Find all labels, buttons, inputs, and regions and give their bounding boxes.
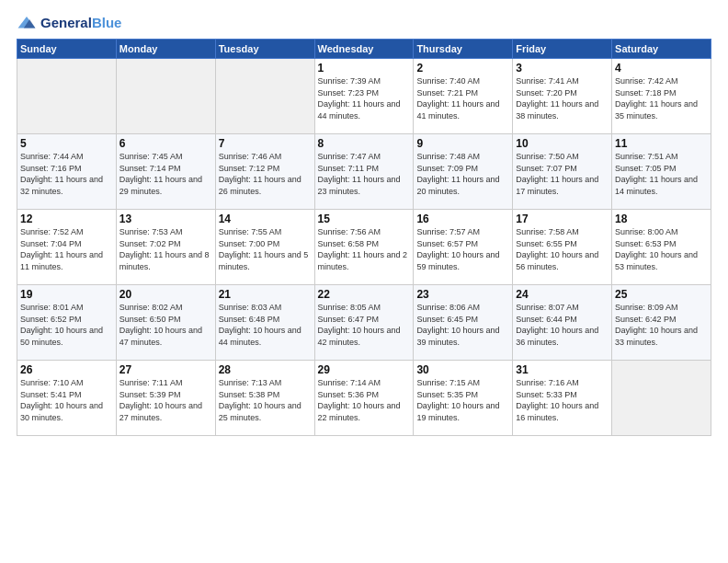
weekday-header: Sunday — [17, 40, 117, 59]
day-info: Sunrise: 7:39 AMSunset: 7:23 PMDaylight:… — [318, 76, 401, 121]
day-info: Sunrise: 7:40 AMSunset: 7:21 PMDaylight:… — [416, 76, 499, 121]
day-info: Sunrise: 8:02 AMSunset: 6:50 PMDaylight:… — [119, 303, 202, 347]
day-info: Sunrise: 7:16 AMSunset: 5:33 PMDaylight:… — [516, 378, 598, 422]
calendar-week-row: 1 Sunrise: 7:39 AMSunset: 7:23 PMDayligh… — [17, 59, 711, 134]
day-number: 17 — [516, 213, 609, 225]
day-number: 28 — [219, 363, 312, 376]
day-number: 11 — [615, 137, 708, 150]
day-info: Sunrise: 7:58 AMSunset: 6:55 PMDaylight:… — [516, 227, 598, 271]
calendar-day-cell: 3 Sunrise: 7:41 AMSunset: 7:20 PMDayligh… — [513, 59, 612, 134]
day-number: 26 — [20, 363, 113, 376]
calendar-day-cell: 19 Sunrise: 8:01 AMSunset: 6:52 PMDaylig… — [17, 285, 117, 361]
calendar-day-cell: 20 Sunrise: 8:02 AMSunset: 6:50 PMDaylig… — [116, 285, 215, 361]
day-info: Sunrise: 8:00 AMSunset: 6:53 PMDaylight:… — [615, 227, 698, 271]
day-info: Sunrise: 7:51 AMSunset: 7:05 PMDaylight:… — [615, 152, 698, 196]
calendar-day-cell — [17, 59, 117, 134]
day-info: Sunrise: 7:41 AMSunset: 7:20 PMDaylight:… — [516, 76, 598, 121]
calendar-day-cell: 23 Sunrise: 8:06 AMSunset: 6:45 PMDaylig… — [414, 285, 513, 361]
day-number: 5 — [20, 137, 113, 150]
day-number: 15 — [318, 213, 411, 225]
weekday-header: Friday — [513, 40, 612, 59]
calendar-table: SundayMondayTuesdayWednesdayThursdayFrid… — [17, 39, 711, 436]
day-number: 1 — [318, 62, 411, 75]
calendar-header-row: SundayMondayTuesdayWednesdayThursdayFrid… — [17, 40, 711, 59]
day-number: 27 — [119, 363, 212, 376]
logo: GeneralBlue — [17, 15, 121, 31]
calendar-day-cell — [612, 361, 711, 436]
day-number: 7 — [219, 137, 312, 150]
weekday-header: Thursday — [414, 40, 513, 59]
day-info: Sunrise: 7:14 AMSunset: 5:36 PMDaylight:… — [318, 378, 401, 422]
calendar-day-cell — [215, 59, 314, 134]
day-number: 2 — [416, 62, 509, 75]
weekday-header: Tuesday — [215, 40, 314, 59]
day-number: 16 — [416, 213, 509, 225]
day-number: 4 — [615, 62, 708, 75]
day-info: Sunrise: 7:52 AMSunset: 7:04 PMDaylight:… — [20, 227, 103, 271]
day-info: Sunrise: 7:10 AMSunset: 5:41 PMDaylight:… — [20, 378, 103, 422]
day-info: Sunrise: 7:15 AMSunset: 5:35 PMDaylight:… — [416, 378, 499, 422]
day-number: 23 — [416, 288, 509, 301]
calendar-day-cell: 18 Sunrise: 8:00 AMSunset: 6:53 PMDaylig… — [612, 210, 711, 285]
calendar-day-cell: 15 Sunrise: 7:56 AMSunset: 6:58 PMDaylig… — [314, 210, 414, 285]
day-info: Sunrise: 8:09 AMSunset: 6:42 PMDaylight:… — [615, 303, 698, 347]
calendar-day-cell: 31 Sunrise: 7:16 AMSunset: 5:33 PMDaylig… — [513, 361, 612, 436]
day-number: 18 — [615, 213, 708, 225]
calendar-day-cell: 28 Sunrise: 7:13 AMSunset: 5:38 PMDaylig… — [215, 361, 314, 436]
day-info: Sunrise: 7:13 AMSunset: 5:38 PMDaylight:… — [219, 378, 301, 422]
day-number: 29 — [318, 363, 411, 376]
day-info: Sunrise: 8:06 AMSunset: 6:45 PMDaylight:… — [416, 303, 499, 347]
calendar-day-cell: 2 Sunrise: 7:40 AMSunset: 7:21 PMDayligh… — [414, 59, 513, 134]
day-number: 6 — [119, 137, 212, 150]
calendar-day-cell: 27 Sunrise: 7:11 AMSunset: 5:39 PMDaylig… — [116, 361, 215, 436]
day-number: 21 — [219, 288, 312, 301]
day-info: Sunrise: 7:55 AMSunset: 7:00 PMDaylight:… — [219, 227, 309, 271]
calendar-day-cell — [116, 59, 215, 134]
calendar-day-cell: 16 Sunrise: 7:57 AMSunset: 6:57 PMDaylig… — [414, 210, 513, 285]
day-info: Sunrise: 8:05 AMSunset: 6:47 PMDaylight:… — [318, 303, 401, 347]
logo-text: GeneralBlue — [40, 15, 121, 30]
calendar-day-cell: 7 Sunrise: 7:46 AMSunset: 7:12 PMDayligh… — [215, 134, 314, 210]
calendar-day-cell: 1 Sunrise: 7:39 AMSunset: 7:23 PMDayligh… — [314, 59, 414, 134]
weekday-header: Saturday — [612, 40, 711, 59]
day-info: Sunrise: 7:53 AMSunset: 7:02 PMDaylight:… — [119, 227, 210, 271]
calendar-day-cell: 8 Sunrise: 7:47 AMSunset: 7:11 PMDayligh… — [314, 134, 414, 210]
day-info: Sunrise: 7:11 AMSunset: 5:39 PMDaylight:… — [119, 378, 202, 422]
day-info: Sunrise: 7:56 AMSunset: 6:58 PMDaylight:… — [318, 227, 408, 271]
day-number: 9 — [416, 137, 509, 150]
day-info: Sunrise: 8:01 AMSunset: 6:52 PMDaylight:… — [20, 303, 103, 347]
calendar-day-cell: 30 Sunrise: 7:15 AMSunset: 5:35 PMDaylig… — [414, 361, 513, 436]
page: GeneralBlue SundayMondayTuesdayWednesday… — [0, 0, 728, 563]
calendar-day-cell: 14 Sunrise: 7:55 AMSunset: 7:00 PMDaylig… — [215, 210, 314, 285]
calendar-day-cell: 10 Sunrise: 7:50 AMSunset: 7:07 PMDaylig… — [513, 134, 612, 210]
day-number: 12 — [20, 213, 113, 225]
calendar-day-cell: 26 Sunrise: 7:10 AMSunset: 5:41 PMDaylig… — [17, 361, 117, 436]
day-number: 19 — [20, 288, 113, 301]
calendar-day-cell: 29 Sunrise: 7:14 AMSunset: 5:36 PMDaylig… — [314, 361, 414, 436]
day-info: Sunrise: 7:44 AMSunset: 7:16 PMDaylight:… — [20, 152, 103, 196]
calendar-week-row: 12 Sunrise: 7:52 AMSunset: 7:04 PMDaylig… — [17, 210, 711, 285]
calendar-day-cell: 11 Sunrise: 7:51 AMSunset: 7:05 PMDaylig… — [612, 134, 711, 210]
day-number: 14 — [219, 213, 312, 225]
header: GeneralBlue — [17, 15, 711, 31]
calendar-day-cell: 25 Sunrise: 8:09 AMSunset: 6:42 PMDaylig… — [612, 285, 711, 361]
weekday-header: Monday — [116, 40, 215, 59]
calendar-week-row: 26 Sunrise: 7:10 AMSunset: 5:41 PMDaylig… — [17, 361, 711, 436]
calendar-day-cell: 21 Sunrise: 8:03 AMSunset: 6:48 PMDaylig… — [215, 285, 314, 361]
calendar-week-row: 19 Sunrise: 8:01 AMSunset: 6:52 PMDaylig… — [17, 285, 711, 361]
calendar-day-cell: 22 Sunrise: 8:05 AMSunset: 6:47 PMDaylig… — [314, 285, 414, 361]
calendar-day-cell: 12 Sunrise: 7:52 AMSunset: 7:04 PMDaylig… — [17, 210, 117, 285]
day-info: Sunrise: 7:50 AMSunset: 7:07 PMDaylight:… — [516, 152, 598, 196]
day-number: 30 — [416, 363, 509, 376]
weekday-header: Wednesday — [314, 40, 414, 59]
day-number: 24 — [516, 288, 609, 301]
calendar-day-cell: 9 Sunrise: 7:48 AMSunset: 7:09 PMDayligh… — [414, 134, 513, 210]
calendar-day-cell: 24 Sunrise: 8:07 AMSunset: 6:44 PMDaylig… — [513, 285, 612, 361]
day-info: Sunrise: 7:48 AMSunset: 7:09 PMDaylight:… — [416, 152, 499, 196]
day-number: 25 — [615, 288, 708, 301]
day-info: Sunrise: 7:46 AMSunset: 7:12 PMDaylight:… — [219, 152, 301, 196]
calendar-day-cell: 17 Sunrise: 7:58 AMSunset: 6:55 PMDaylig… — [513, 210, 612, 285]
calendar-week-row: 5 Sunrise: 7:44 AMSunset: 7:16 PMDayligh… — [17, 134, 711, 210]
day-info: Sunrise: 8:07 AMSunset: 6:44 PMDaylight:… — [516, 303, 598, 347]
day-number: 20 — [119, 288, 212, 301]
